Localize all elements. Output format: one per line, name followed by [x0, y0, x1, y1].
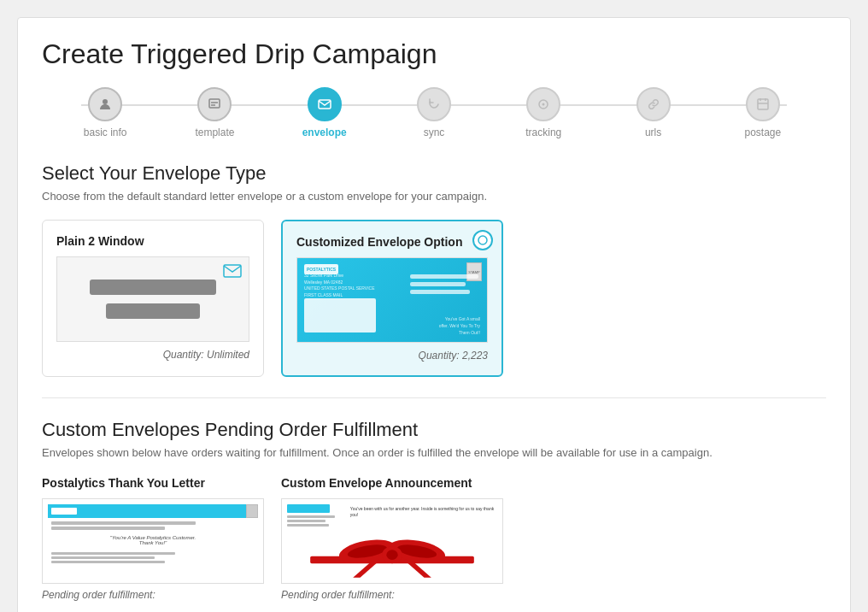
ann-addr-2 [287, 520, 326, 522]
ann-right-col: You've been with us for another year. In… [350, 504, 497, 528]
svg-rect-11 [224, 265, 241, 277]
svg-rect-1 [209, 99, 220, 108]
custom-env-promo-text [410, 274, 478, 294]
svg-rect-12 [478, 236, 487, 244]
ribbon-container [282, 538, 502, 581]
envelope-card-plain[interactable]: Plain 2 Window Quantity: Unlimited [42, 220, 264, 377]
step-label-urls: urls [645, 127, 661, 138]
svg-marker-21 [407, 562, 431, 578]
ty-msg: "You're A Value Postalytics Customer.Tha… [48, 535, 258, 545]
ty-letter-mockup: "You're A Value Postalytics Customer.Tha… [43, 499, 263, 583]
custom-env-address: 32 Secret Park DriveWellesley MA 02482UN… [304, 273, 408, 298]
step-circle-template [197, 87, 232, 121]
step-circle-urls [636, 87, 671, 121]
ty-addr-2 [51, 527, 165, 530]
stepper: basic info template envelope sync [42, 87, 826, 138]
step-circle-basic-info [88, 87, 122, 121]
step-postage[interactable]: postage [708, 87, 818, 138]
step-envelope[interactable]: envelope [270, 87, 379, 138]
step-label-postage: postage [744, 127, 781, 138]
step-circle-sync [417, 87, 451, 121]
ann-envelope-mockup: You've been with us for another year. In… [282, 499, 502, 583]
envelope-section-title: Select Your Envelope Type [42, 162, 826, 185]
step-label-basic-info: basic info [84, 127, 127, 138]
custom-card-title: Customized Envelope Option [296, 235, 488, 249]
envelope-section-desc: Choose from the default standard letter … [42, 190, 826, 203]
step-circle-envelope [308, 87, 342, 121]
ribbon-svg [282, 538, 502, 581]
step-label-sync: sync [424, 127, 445, 138]
ann-addr-1 [287, 515, 335, 518]
ty-stamp [246, 504, 258, 518]
ty-addr-1 [51, 521, 196, 525]
page-title: Create Triggered Drip Campaign [42, 38, 826, 70]
envelope-corner-icon [223, 264, 242, 282]
svg-marker-20 [353, 562, 378, 578]
select-icon [472, 230, 493, 250]
ann-addr-3 [287, 524, 329, 527]
step-label-envelope: envelope [302, 127, 347, 138]
section-divider [42, 397, 826, 398]
svg-point-19 [386, 550, 397, 560]
custom-env-address-window [304, 298, 376, 332]
pending-section-title: Custom Envelopes Pending Order Fulfillme… [42, 419, 826, 441]
promo-line-1 [410, 274, 478, 279]
pending-card-announcement: Custom Envelope Announcement You've been… [281, 476, 503, 601]
custom-env-cta: You've Got A smalloffer. We'd You To Try… [439, 315, 480, 336]
svg-point-0 [103, 99, 108, 104]
plain-envelope-image [56, 256, 249, 342]
ty-image-area: "You're A Value Postalytics Customer.Tha… [42, 498, 264, 584]
envelope-card-custom[interactable]: Customized Envelope Option POSTALYTICS S… [281, 220, 503, 377]
step-basic-info[interactable]: basic info [50, 87, 160, 138]
step-label-template: template [195, 127, 234, 138]
svg-rect-4 [319, 100, 331, 109]
svg-point-6 [542, 103, 545, 106]
custom-quantity: Quantity: 2,223 [296, 350, 488, 362]
pending-cards: Postalytics Thank You Letter "You're A V… [42, 476, 826, 601]
plain-card-title: Plain 2 Window [56, 234, 249, 248]
plain-line-2 [106, 303, 200, 319]
step-label-tracking: tracking [525, 127, 561, 138]
step-sync[interactable]: sync [379, 87, 489, 138]
step-urls[interactable]: urls [598, 87, 707, 138]
envelope-options: Plain 2 Window Quantity: Unlimited Custo… [42, 220, 826, 377]
ann-content: You've been with us for another year. In… [282, 499, 502, 532]
ann-left-col [287, 504, 350, 528]
pending-section-desc: Envelopes shown below have orders waitin… [42, 446, 826, 459]
svg-rect-7 [758, 99, 768, 109]
ann-card-title: Custom Envelope Announcement [281, 476, 503, 490]
promo-line-3 [410, 290, 470, 294]
ty-pending-label: Pending order fulfillment: [42, 589, 264, 601]
ann-logo [287, 504, 330, 513]
plain-line-1 [90, 280, 215, 295]
page-container: Create Triggered Drip Campaign basic inf… [17, 17, 851, 612]
promo-line-2 [410, 282, 466, 286]
plain-envelope-lines [57, 280, 249, 319]
ty-address-area [51, 521, 258, 530]
pending-card-ty: Postalytics Thank You Letter "You're A V… [42, 476, 264, 601]
ty-header [48, 504, 258, 518]
ty-recipient [48, 552, 258, 563]
step-template[interactable]: template [160, 87, 269, 138]
ty-card-title: Postalytics Thank You Letter [42, 476, 264, 490]
custom-envelope-image: POSTALYTICS STAMP 32 Secret Park DriveWe… [296, 257, 488, 343]
ty-recip-2 [51, 556, 155, 559]
custom-env-bg: POSTALYTICS STAMP 32 Secret Park DriveWe… [297, 257, 487, 343]
ann-pending-label: Pending order fulfillment: [281, 589, 503, 601]
ty-recip-1 [51, 552, 175, 555]
ann-image-area: You've been with us for another year. In… [281, 498, 503, 584]
plain-quantity: Quantity: Unlimited [56, 349, 249, 361]
step-circle-tracking [526, 87, 560, 121]
ty-recip-3 [51, 561, 165, 563]
step-circle-postage [746, 87, 780, 121]
ty-logo [51, 508, 77, 515]
step-tracking[interactable]: tracking [489, 87, 598, 138]
